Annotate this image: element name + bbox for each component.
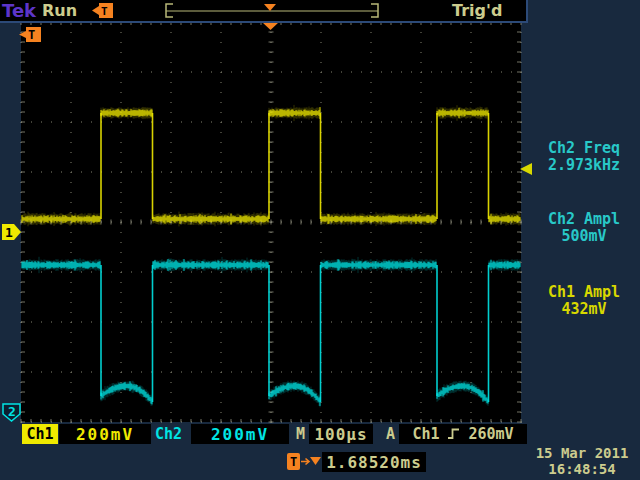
measurement-value: 432mV (528, 301, 640, 318)
trigger-mode-label: A (386, 425, 395, 443)
acquisition-window-indicator (160, 0, 390, 20)
trigger-marker-label: T (28, 28, 35, 42)
measurement-value: 2.973kHz (528, 157, 640, 174)
time-text: 16:48:54 (528, 461, 636, 477)
top-status-bar: Tek Run T Trig'd (0, 0, 528, 23)
svg-text:T: T (101, 5, 108, 18)
trigger-time-icon: T (286, 452, 322, 472)
measurement-label: Ch2 Ampl (528, 211, 640, 228)
measurement-value: 500mV (528, 228, 640, 245)
datetime-readout: 15 Mar 2011 16:48:54 (528, 445, 636, 477)
trigger-time-readout: 1.68520ms (322, 452, 426, 472)
trigger-status: Trig'd (452, 1, 502, 20)
ch1-scale: 200mV (59, 424, 151, 444)
measurement-label: Ch1 Ampl (528, 284, 640, 301)
ch2-marker-label: 2 (8, 404, 16, 419)
measurement-ch2-ampl: Ch2 Ampl 500mV (528, 211, 640, 245)
ch2-badge: Ch2 (155, 425, 182, 443)
trigger-t-icon: T (90, 2, 116, 20)
timebase-label: M (296, 425, 305, 443)
tek-logo: Tek (2, 0, 36, 21)
timebase-value: 100µs (309, 424, 373, 444)
ch1-badge: Ch1 (22, 424, 58, 444)
measurement-ch2-freq: Ch2 Freq 2.973kHz (528, 140, 640, 174)
trigger-source: Ch1 (412, 425, 439, 443)
rising-edge-icon (447, 427, 460, 441)
svg-text:T: T (290, 455, 297, 469)
ch1-ground-marker: 1 (2, 224, 21, 240)
trigger-readout: Ch1 260mV (399, 424, 527, 444)
acquisition-status: Run (42, 1, 77, 20)
ch2-ground-marker: 2 (3, 404, 20, 421)
window-trigger-triangle (264, 4, 276, 11)
ch1-marker-label: 1 (5, 225, 13, 240)
date-text: 15 Mar 2011 (528, 445, 636, 461)
oscilloscope-screen: T 1 2 Tek Run T Tri (0, 0, 640, 480)
measurement-label: Ch2 Freq (528, 140, 640, 157)
measurement-ch1-ampl: Ch1 Ampl 432mV (528, 284, 640, 318)
ch2-scale: 200mV (191, 424, 289, 444)
trigger-level-value: 260mV (468, 425, 513, 443)
